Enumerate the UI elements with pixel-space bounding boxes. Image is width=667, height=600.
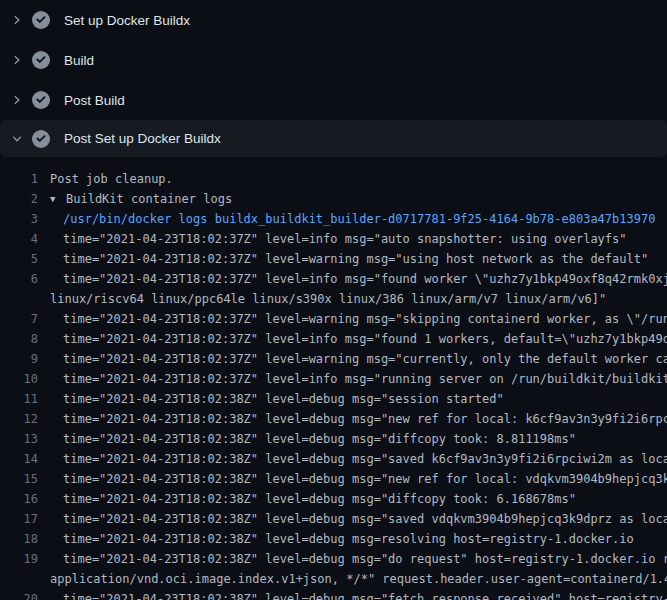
log-line-text: time="2021-04-23T18:02:37Z" level=warnin… xyxy=(63,249,648,269)
check-circle-icon xyxy=(32,11,50,29)
log-line: 7 time="2021-04-23T18:02:37Z" level=warn… xyxy=(0,309,667,329)
log-line-text: time="2021-04-23T18:02:38Z" level=debug … xyxy=(63,409,667,429)
log-line-number[interactable]: 10 xyxy=(0,369,38,389)
log-line-text: time="2021-04-23T18:02:38Z" level=debug … xyxy=(63,469,667,489)
log-line: 10 time="2021-04-23T18:02:37Z" level=inf… xyxy=(0,369,667,389)
log-line-number[interactable]: 13 xyxy=(0,429,38,449)
log-line-text: time="2021-04-23T18:02:37Z" level=info m… xyxy=(63,269,667,289)
log-line: 9 time="2021-04-23T18:02:37Z" level=warn… xyxy=(0,349,667,369)
log-line-number[interactable]: 17 xyxy=(0,509,38,529)
step-label: Post Set up Docker Buildx xyxy=(64,131,221,146)
log-line-text: time="2021-04-23T18:02:38Z" level=debug … xyxy=(63,589,667,600)
log-line: 15 time="2021-04-23T18:02:38Z" level=deb… xyxy=(0,469,667,489)
log-line: 11 time="2021-04-23T18:02:38Z" level=deb… xyxy=(0,389,667,409)
log-line: 6 time="2021-04-23T18:02:37Z" level=info… xyxy=(0,269,667,289)
check-circle-icon xyxy=(32,130,50,148)
log-line-number[interactable]: 15 xyxy=(0,469,38,489)
log-line-text: time="2021-04-23T18:02:37Z" level=warnin… xyxy=(63,309,667,329)
log-line-text: time="2021-04-23T18:02:38Z" level=debug … xyxy=(63,389,504,409)
log-line-text: time="2021-04-23T18:02:38Z" level=debug … xyxy=(63,449,667,469)
log-line: 4 time="2021-04-23T18:02:37Z" level=info… xyxy=(0,229,667,249)
check-circle-icon xyxy=(32,51,50,69)
log-line-number xyxy=(0,569,38,589)
log-line-number[interactable]: 3 xyxy=(0,209,38,229)
log-line-number[interactable]: 8 xyxy=(0,329,38,349)
step-label: Post Build xyxy=(64,93,125,108)
log-line-number xyxy=(0,289,38,309)
chevron-down-icon[interactable] xyxy=(10,132,24,146)
log-line: 1 Post job cleanup. xyxy=(0,169,667,189)
log-line: 2 ▼BuildKit container logs xyxy=(0,189,667,209)
log-line-text: time="2021-04-23T18:02:38Z" level=debug … xyxy=(63,549,667,569)
step-row-set-up-docker-buildx[interactable]: Set up Docker Buildx xyxy=(0,0,667,40)
group-collapse-triangle-icon[interactable]: ▼ xyxy=(50,189,66,209)
step-row-post-set-up-docker-buildx[interactable]: Post Set up Docker Buildx xyxy=(0,120,667,157)
log-line-text: time="2021-04-23T18:02:38Z" level=debug … xyxy=(63,529,634,549)
log-line-number[interactable]: 19 xyxy=(0,549,38,569)
step-list: Set up Docker Buildx Build Post Build Po… xyxy=(0,0,667,157)
log-line-text: application/vnd.oci.image.index.v1+json,… xyxy=(50,569,667,589)
log-line-number[interactable]: 14 xyxy=(0,449,38,469)
log-line-text: time="2021-04-23T18:02:38Z" level=debug … xyxy=(63,509,667,529)
step-row-build[interactable]: Build xyxy=(0,40,667,80)
log-line: 13 time="2021-04-23T18:02:38Z" level=deb… xyxy=(0,429,667,449)
log-line-number[interactable]: 18 xyxy=(0,529,38,549)
log-group-header: ▼BuildKit container logs xyxy=(50,189,232,209)
actions-log-panel: Set up Docker Buildx Build Post Build Po… xyxy=(0,0,667,600)
group-title[interactable]: BuildKit container logs xyxy=(66,192,232,206)
log-line-text: time="2021-04-23T18:02:37Z" level=info m… xyxy=(63,329,667,349)
log-line-number[interactable]: 5 xyxy=(0,249,38,269)
log-line-number[interactable]: 20 xyxy=(0,589,38,600)
log-line-text: Post job cleanup. xyxy=(50,169,173,189)
log-line: 16 time="2021-04-23T18:02:38Z" level=deb… xyxy=(0,489,667,509)
log-line: 12 time="2021-04-23T18:02:38Z" level=deb… xyxy=(0,409,667,429)
log-line-number[interactable]: 16 xyxy=(0,489,38,509)
chevron-right-icon[interactable] xyxy=(10,53,24,67)
log-line: 3 /usr/bin/docker logs buildx_buildkit_b… xyxy=(0,209,667,229)
log-line-text: time="2021-04-23T18:02:37Z" level=info m… xyxy=(63,229,627,249)
log-line-number[interactable]: 9 xyxy=(0,349,38,369)
log-line-number[interactable]: 6 xyxy=(0,269,38,289)
log-line: 14 time="2021-04-23T18:02:38Z" level=deb… xyxy=(0,449,667,469)
log-line: 18 time="2021-04-23T18:02:38Z" level=deb… xyxy=(0,529,667,549)
log-line: 19 time="2021-04-23T18:02:38Z" level=deb… xyxy=(0,549,667,569)
log-line-text: linux/riscv64 linux/ppc64le linux/s390x … xyxy=(50,289,606,309)
log-line-number[interactable]: 1 xyxy=(0,169,38,189)
log-line-text: time="2021-04-23T18:02:38Z" level=debug … xyxy=(63,489,576,509)
log-line-number[interactable]: 7 xyxy=(0,309,38,329)
log-line-number[interactable]: 2 xyxy=(0,189,38,209)
step-row-post-build[interactable]: Post Build xyxy=(0,80,667,120)
log-line-wrap-continuation: application/vnd.oci.image.index.v1+json,… xyxy=(0,569,667,589)
log-line-number[interactable]: 12 xyxy=(0,409,38,429)
log-line: 20 time="2021-04-23T18:02:38Z" level=deb… xyxy=(0,589,667,600)
log-line: 8 time="2021-04-23T18:02:37Z" level=info… xyxy=(0,329,667,349)
step-label: Build xyxy=(64,53,94,68)
check-circle-icon xyxy=(32,91,50,109)
log-line: 5 time="2021-04-23T18:02:37Z" level=warn… xyxy=(0,249,667,269)
chevron-right-icon[interactable] xyxy=(10,93,24,107)
log-line-text: time="2021-04-23T18:02:37Z" level=warnin… xyxy=(63,349,667,369)
log-output: 1 Post job cleanup. 2 ▼BuildKit containe… xyxy=(0,157,667,600)
log-line-number[interactable]: 4 xyxy=(0,229,38,249)
log-line-wrap-continuation: linux/riscv64 linux/ppc64le linux/s390x … xyxy=(0,289,667,309)
log-line-number[interactable]: 11 xyxy=(0,389,38,409)
log-line: 17 time="2021-04-23T18:02:38Z" level=deb… xyxy=(0,509,667,529)
chevron-right-icon[interactable] xyxy=(10,13,24,27)
log-line-text: time="2021-04-23T18:02:37Z" level=info m… xyxy=(63,369,667,389)
log-command-text[interactable]: /usr/bin/docker logs buildx_buildkit_bui… xyxy=(63,209,655,229)
log-line-text: time="2021-04-23T18:02:38Z" level=debug … xyxy=(63,429,576,449)
step-label: Set up Docker Buildx xyxy=(64,13,190,28)
